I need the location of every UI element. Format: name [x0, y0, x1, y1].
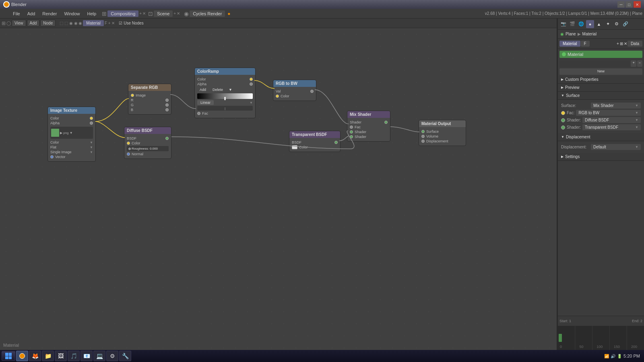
socket-alpha-out [90, 121, 93, 125]
node-canvas[interactable]: Image Texture Color Alpha ▶ png ▼ [0, 28, 557, 350]
panel-icon-physics[interactable]: ⚙ [613, 20, 621, 28]
node-add-btn[interactable]: Add [27, 20, 40, 27]
shader2-dropdown-arrow: ▼ [635, 125, 638, 129]
surface-prop-row: Surface: Mix Shader ▼ [561, 103, 641, 109]
material-controls-row: + − [559, 60, 642, 67]
tab-copy-btn[interactable]: ⊞ [620, 41, 623, 46]
scene-label[interactable]: Scene [154, 10, 173, 17]
new-material-btn[interactable]: New [559, 68, 642, 75]
taskbar-app-9[interactable]: 🔧 [119, 351, 131, 361]
taskbar-computer[interactable]: 💻 [93, 351, 105, 361]
node-editor: ⊞ ◯ View Add Node ⬚ ⬚ ◉ ◉ ◉ Material F +… [0, 19, 557, 350]
clock: 5:20 PM [623, 354, 642, 358]
node-material-output[interactable]: Material Output Surface Volume Displacem… [419, 120, 466, 146]
material-selector[interactable]: Material [559, 51, 642, 58]
taskbar-blender[interactable] [16, 351, 28, 361]
menu-help[interactable]: Help [84, 10, 100, 17]
panel-icon-constraints[interactable]: 🔗 [621, 20, 630, 28]
tab-x-btn[interactable]: ✕ [624, 41, 627, 46]
panel-icon-render[interactable]: 📷 [559, 20, 568, 28]
displacement-label: Displacement [566, 135, 590, 139]
node-row-color-in-trans: Color [292, 145, 338, 149]
socket-shader-in1 [350, 130, 353, 134]
image-thumb [51, 129, 59, 137]
node-diffuse-bsdf[interactable]: Diffuse BSDF BSDF Color Roughness: 0.000 [124, 127, 171, 159]
section-custom-properties[interactable]: ▶ Custom Properties [558, 76, 644, 84]
section-surface-header[interactable]: ▼ Surface [558, 92, 644, 100]
breadcrumb-material[interactable]: Material [582, 32, 597, 36]
taskbar: 🦊 📁 🖼 🎵 📧 💻 ⚙ 🔧 📶 🔊 🔋 5:20 PM [0, 350, 644, 362]
workspace-label[interactable]: Compositing [107, 10, 138, 17]
taskbar-app-5[interactable]: 🎵 [68, 351, 80, 361]
socket-r-out [165, 99, 169, 102]
render-engine[interactable]: Cycles Render [190, 10, 225, 17]
linear-label[interactable]: Linear [197, 100, 214, 105]
fac-value[interactable]: RGB to BW ▼ [576, 110, 641, 116]
taskbar-folder[interactable]: 📁 [42, 351, 54, 361]
taskbar-settings[interactable]: ⚙ [106, 351, 118, 361]
shader1-value[interactable]: Diffuse BSDF ▼ [582, 117, 641, 123]
node-separate-rgb[interactable]: Separate RGB Image R G B [128, 84, 171, 115]
colorramp-gradient [197, 93, 253, 99]
material-slots [559, 60, 630, 67]
colorramp-interp: Linear ▼ [197, 100, 253, 105]
breadcrumb-object[interactable]: Plane [566, 32, 576, 36]
menu-render[interactable]: Render [39, 10, 60, 17]
menu-file[interactable]: File [10, 10, 23, 17]
shader2-socket-icon [561, 125, 565, 130]
section-displacement-header[interactable]: ▼ Displacement [558, 133, 644, 141]
node-image-texture[interactable]: Image Texture Color Alpha ▶ png ▼ [47, 107, 96, 162]
panel-icon-particles[interactable]: ✦ [604, 20, 612, 28]
node-row-fac-in-mix: Fac [350, 125, 388, 129]
add-btn[interactable]: Add [197, 87, 208, 92]
displacement-value[interactable]: Default ▼ [591, 144, 641, 150]
node-mix-shader[interactable]: Mix Shader Shader Fac Shader [347, 111, 390, 142]
socket-image-in [131, 94, 134, 97]
color-swatch-white[interactable] [292, 145, 297, 149]
maximize-button[interactable]: □ [625, 1, 633, 8]
node-row-b-out: B [131, 108, 169, 112]
tab-data[interactable]: Data [627, 41, 642, 47]
section-preview[interactable]: ▶ Preview [558, 84, 644, 92]
start-button[interactable] [2, 351, 15, 361]
fac-type-text: RGB to BW [578, 111, 599, 115]
panel-icon-material[interactable]: ● [586, 20, 594, 28]
add-material-btn[interactable]: + [631, 60, 636, 67]
node-transparent-bsdf[interactable]: Transparent BSDF BSDF Color [289, 131, 341, 152]
colorramp-extra-btn[interactable]: ▼ [227, 87, 234, 92]
socket-normal-in [127, 152, 130, 156]
tab-controls: + ⊞ ✕ [617, 41, 627, 46]
tab-f[interactable]: F [581, 41, 590, 47]
menu-window[interactable]: Window [61, 10, 83, 17]
section-settings-header[interactable]: ▶ Settings [558, 153, 644, 161]
tab-extra-btn[interactable]: + [617, 41, 619, 46]
remove-material-btn[interactable]: − [637, 60, 642, 67]
taskbar-firefox[interactable]: 🦊 [29, 351, 41, 361]
node-body-mix-shader: Shader Fac Shader Shader [347, 118, 390, 141]
shader2-type-text: Transparent BSDF [585, 125, 618, 130]
delete-btn[interactable]: Delete [210, 87, 225, 92]
node-header-separate-rgb: Separate RGB [128, 84, 171, 91]
panel-icon-world[interactable]: 🌐 [577, 20, 585, 28]
shader2-value[interactable]: Transparent BSDF ▼ [582, 124, 641, 130]
node-rgb-to-bw[interactable]: RGB to BW Val Color [273, 80, 316, 101]
tab-material[interactable]: Material [559, 41, 580, 47]
taskbar-email[interactable]: 📧 [80, 351, 93, 361]
shader2-prop-row: Shader: Transparent BSDF ▼ [561, 124, 641, 130]
panel-icon-scene[interactable]: 🎬 [568, 20, 576, 28]
node-body-rgb-bw: Val Color [273, 87, 316, 101]
menu-add[interactable]: Add [24, 10, 39, 17]
node-row-color-out2: Color [197, 77, 253, 81]
node-node-btn[interactable]: Node [40, 20, 56, 27]
node-row-normal-in: Normal [127, 152, 169, 156]
breadcrumb-sep: ▶ [578, 32, 581, 36]
colorramp-marker[interactable] [225, 97, 226, 100]
material-name-row: Material [562, 52, 583, 57]
minimize-button[interactable]: ─ [617, 1, 625, 8]
close-button[interactable]: ✕ [634, 1, 641, 8]
node-colorramp[interactable]: ColorRamp Color Alpha Add Delete ▼ [194, 68, 256, 118]
panel-icon-data[interactable]: ▲ [595, 20, 603, 28]
taskbar-image-viewer[interactable]: 🖼 [55, 351, 67, 361]
surface-value[interactable]: Mix Shader ▼ [591, 103, 641, 109]
node-view-btn[interactable]: View [12, 20, 26, 27]
